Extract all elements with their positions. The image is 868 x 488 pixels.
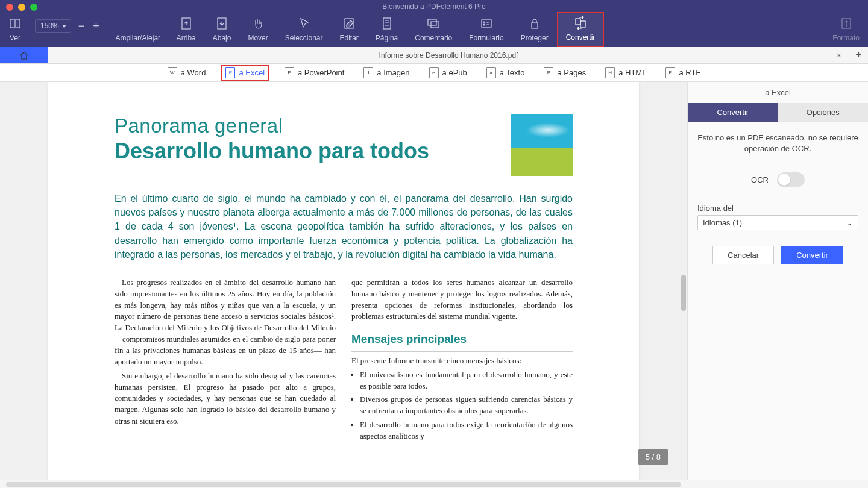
ppt-file-icon: P xyxy=(285,67,294,78)
zoom-controls: − + xyxy=(78,20,99,33)
panel-tab-options[interactable]: Opciones xyxy=(778,103,869,122)
to-epub-button[interactable]: ea ePub xyxy=(426,66,471,80)
epub-file-icon: e xyxy=(429,67,439,78)
home-icon xyxy=(19,50,30,61)
column-left: Los progresos realizados en el ámbito de… xyxy=(115,277,336,442)
rtf-file-icon: R xyxy=(665,67,675,78)
convert-format-bar: Wa Word Ea Excel Pa PowerPoint Ia Imagen… xyxy=(0,64,868,82)
to-text-button[interactable]: aa Texto xyxy=(483,66,529,80)
edit-icon xyxy=(342,17,356,30)
svg-rect-6 xyxy=(428,19,436,25)
view-button[interactable]: Ver xyxy=(0,13,30,47)
chevron-down-icon: ⌄ xyxy=(846,218,853,227)
protect-button[interactable]: Proteger xyxy=(512,13,557,47)
close-tab-button[interactable]: × xyxy=(837,51,841,60)
chevron-down-icon: ▾ xyxy=(63,23,66,30)
ocr-label: OCR xyxy=(751,175,769,184)
horizontal-scrollbar-track xyxy=(0,480,868,488)
to-image-button[interactable]: Ia Imagen xyxy=(360,66,413,80)
page-subtitle: Panorama general xyxy=(115,114,429,137)
down-button[interactable]: Abajo xyxy=(204,13,240,47)
up-button[interactable]: Arriba xyxy=(168,13,204,47)
home-tab[interactable] xyxy=(0,47,48,63)
svg-point-15 xyxy=(846,21,847,22)
select-button[interactable]: Seleccionar xyxy=(277,13,332,47)
cursor-icon xyxy=(297,17,310,30)
horizontal-scrollbar[interactable] xyxy=(6,482,681,487)
comment-icon xyxy=(427,17,440,30)
svg-rect-11 xyxy=(532,23,538,28)
info-icon xyxy=(840,17,853,30)
intro-paragraph: En el último cuarto de siglo, el mundo h… xyxy=(115,192,573,261)
panel-tab-convert[interactable]: Convertir xyxy=(688,103,778,122)
language-label: Idioma del xyxy=(697,204,858,213)
text-file-icon: a xyxy=(486,67,496,78)
zoom-select[interactable]: 150% ▾ xyxy=(35,19,71,33)
pdf-page: Panorama general Desarrollo humano para … xyxy=(48,82,639,480)
page-button[interactable]: Página xyxy=(367,13,406,47)
to-word-button[interactable]: Wa Word xyxy=(164,66,210,80)
to-excel-button[interactable]: Ea Excel xyxy=(221,65,269,81)
convert-button[interactable]: Convertir xyxy=(557,12,605,47)
convert-panel: a Excel Convertir Opciones Esto no es un… xyxy=(687,82,868,480)
hand-icon xyxy=(251,17,265,30)
page-indicator: 5 / 8 xyxy=(638,449,668,465)
report-logo xyxy=(511,114,573,176)
document-view[interactable]: Panorama general Desarrollo humano para … xyxy=(0,82,687,480)
section-heading: Mensajes principales xyxy=(351,331,573,352)
language-select[interactable]: Idiomas (1) ⌄ xyxy=(697,215,858,230)
form-button[interactable]: Formulario xyxy=(461,13,512,47)
svg-rect-13 xyxy=(580,21,585,27)
form-icon xyxy=(480,17,493,30)
to-html-button[interactable]: Ha HTML xyxy=(602,66,650,80)
document-tab[interactable]: Informe sobre Desarrollo Humano 2016.pdf… xyxy=(48,47,849,63)
zoom-in-button[interactable]: + xyxy=(93,20,99,33)
window-title: Bienvenido a PDFelement 6 Pro xyxy=(0,2,868,11)
format-button[interactable]: Formato xyxy=(824,13,868,47)
zoom-label: Ampliar/Alejar xyxy=(115,34,160,42)
word-file-icon: W xyxy=(168,67,177,78)
tab-bar: Informe sobre Desarrollo Humano 2016.pdf… xyxy=(0,47,868,64)
view-icon xyxy=(8,17,22,30)
svg-rect-0 xyxy=(10,19,14,28)
excel-file-icon: E xyxy=(225,67,235,78)
pages-file-icon: P xyxy=(544,67,553,78)
page-up-icon xyxy=(180,17,193,30)
ocr-toggle[interactable] xyxy=(777,172,805,187)
ocr-message: Esto no es un PDF escaneado, no se requi… xyxy=(697,133,858,154)
new-tab-button[interactable]: + xyxy=(849,47,868,63)
svg-rect-1 xyxy=(16,19,20,28)
to-rtf-button[interactable]: Ra RTF xyxy=(662,66,704,80)
svg-point-9 xyxy=(483,22,485,23)
zoom-out-button[interactable]: − xyxy=(78,20,85,33)
to-ppt-button[interactable]: Pa PowerPoint xyxy=(281,66,348,80)
html-file-icon: H xyxy=(605,67,615,78)
page-icon xyxy=(380,17,394,30)
convert-action-button[interactable]: Convertir xyxy=(781,246,843,264)
svg-rect-8 xyxy=(482,20,491,27)
svg-rect-12 xyxy=(576,19,580,25)
main-area: Panorama general Desarrollo humano para … xyxy=(0,82,868,480)
edit-button[interactable]: Editar xyxy=(332,13,367,47)
page-down-icon xyxy=(215,17,228,30)
column-right: que permitirán a todos los seres humanos… xyxy=(351,277,573,442)
lock-icon xyxy=(528,17,541,30)
image-file-icon: I xyxy=(363,67,373,78)
move-button[interactable]: Mover xyxy=(239,13,276,47)
svg-point-10 xyxy=(483,24,485,25)
vertical-scrollbar[interactable] xyxy=(681,275,686,311)
page-title: Desarrollo humano para todos xyxy=(115,139,429,164)
main-toolbar: Bienvenido a PDFelement 6 Pro Ver 150% ▾… xyxy=(0,0,868,47)
panel-title: a Excel xyxy=(688,82,868,103)
comment-button[interactable]: Comentario xyxy=(406,13,461,47)
to-pages-button[interactable]: Pa Pages xyxy=(540,66,590,80)
svg-rect-7 xyxy=(431,22,439,28)
cancel-button[interactable]: Cancelar xyxy=(712,246,774,264)
svg-rect-5 xyxy=(383,18,391,29)
convert-icon xyxy=(574,16,587,30)
